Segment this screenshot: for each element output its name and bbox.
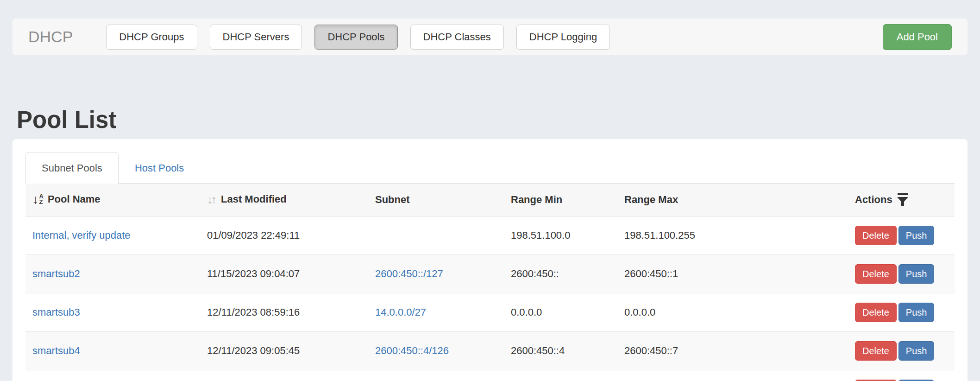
- delete-button[interactable]: Delete: [855, 303, 897, 322]
- pool-name-link[interactable]: Internal, verify update: [32, 229, 131, 241]
- range-min-cell: 0.0.0.0: [504, 293, 617, 332]
- table-header-row: ↓AZ Pool Name ↓↑ Last Modified Subnet Ra…: [25, 184, 955, 216]
- delete-button[interactable]: Delete: [855, 341, 897, 361]
- table-row: Internal, verify update 01/09/2023 22:49…: [25, 216, 955, 255]
- nav-dhcp-pools-button[interactable]: DHCP Pools: [314, 25, 397, 50]
- subnet-link[interactable]: 14.0.0.0/27: [375, 306, 426, 318]
- last-modified-cell: 01/09/2023 22:49:11: [200, 216, 368, 255]
- tab-host-pools[interactable]: Host Pools: [119, 152, 200, 184]
- subnet-link[interactable]: 2600:450::4/126: [375, 345, 449, 356]
- table-row: smartsub4 12/11/2023 09:05:45 2600:450::…: [25, 332, 955, 370]
- pool-name-link[interactable]: smartsub2: [32, 268, 80, 279]
- last-modified-cell: 11/15/2023 09:04:07: [200, 255, 368, 293]
- page-title: Pool List: [17, 106, 116, 134]
- range-max-cell: 0.0.0.0: [617, 293, 848, 332]
- range-min-cell: 198.51.100.0: [504, 216, 617, 255]
- column-header-range-max: Range Max: [617, 184, 848, 216]
- column-header-actions: Actions: [848, 184, 955, 216]
- sort-updown-icon: ↓↑: [207, 193, 215, 206]
- range-min-cell: 2600:450::4: [504, 332, 617, 370]
- table-row: smartsub2 11/15/2023 09:04:07 2600:450::…: [25, 255, 955, 293]
- subnet-link[interactable]: 2600:450::/127: [375, 268, 443, 279]
- nav-dhcp-classes-button[interactable]: DHCP Classes: [410, 25, 504, 50]
- column-header-subnet: Subnet: [368, 184, 504, 216]
- delete-button[interactable]: Delete: [855, 226, 897, 245]
- pool-list-card: Subnet Pools Host Pools ↓AZ Pool Name ↓↑…: [13, 139, 967, 381]
- last-modified-cell: 12/11/2023 09:05:45: [200, 332, 368, 370]
- column-header-pool-name[interactable]: ↓AZ Pool Name: [25, 184, 200, 216]
- pool-tabs: Subnet Pools Host Pools: [25, 152, 955, 184]
- brand-label: DHCP: [28, 28, 73, 46]
- last-modified-cell: 12/11/2023 08:59:16: [200, 293, 368, 332]
- range-max-cell: 172.16.3.255: [617, 370, 848, 381]
- nav-dhcp-logging-button[interactable]: DHCP Logging: [516, 25, 610, 50]
- column-header-range-min: Range Min: [504, 184, 617, 216]
- last-modified-cell: 11/15/2023 09:33:29: [200, 370, 368, 381]
- push-button[interactable]: Push: [898, 303, 935, 322]
- table-row: smartsub5 11/15/2023 09:33:29 172.16.3.0…: [25, 370, 955, 381]
- range-max-cell: 2600:450::1: [617, 255, 848, 293]
- top-nav-bar: DHCP DHCP Groups DHCP Servers DHCP Pools…: [13, 19, 967, 55]
- filter-icon[interactable]: [897, 193, 909, 207]
- sort-alpha-down-icon: ↓AZ: [32, 193, 44, 206]
- range-min-cell: 172.16.3.0: [504, 370, 617, 381]
- push-button[interactable]: Push: [898, 226, 935, 245]
- nav-button-group: DHCP Groups DHCP Servers DHCP Pools DHCP…: [106, 25, 610, 50]
- nav-dhcp-groups-button[interactable]: DHCP Groups: [106, 25, 197, 50]
- push-button[interactable]: Push: [898, 264, 935, 284]
- pool-table: ↓AZ Pool Name ↓↑ Last Modified Subnet Ra…: [25, 184, 955, 381]
- delete-button[interactable]: Delete: [855, 264, 897, 284]
- nav-dhcp-servers-button[interactable]: DHCP Servers: [210, 25, 302, 50]
- range-min-cell: 2600:450::: [504, 255, 617, 293]
- range-max-cell: 198.51.100.255: [617, 216, 848, 255]
- column-header-last-modified[interactable]: ↓↑ Last Modified: [200, 184, 368, 216]
- pool-name-link[interactable]: smartsub4: [32, 345, 80, 356]
- tab-subnet-pools[interactable]: Subnet Pools: [25, 152, 119, 184]
- add-pool-button[interactable]: Add Pool: [883, 24, 952, 50]
- range-max-cell: 2600:450::7: [617, 332, 848, 370]
- push-button[interactable]: Push: [898, 341, 935, 361]
- pool-name-link[interactable]: smartsub3: [32, 306, 80, 318]
- table-row: smartsub3 12/11/2023 08:59:16 14.0.0.0/2…: [25, 293, 955, 332]
